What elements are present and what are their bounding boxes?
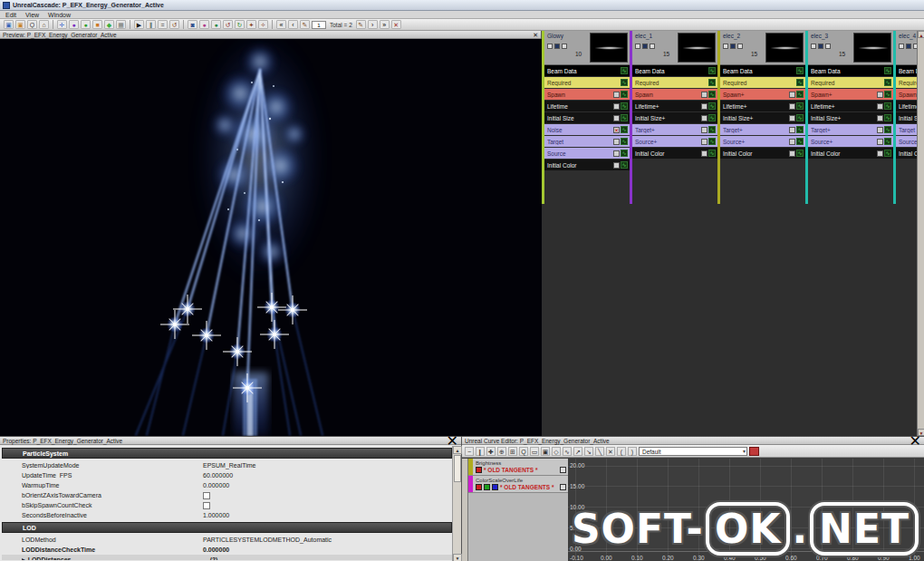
module-row-lifetime-[interactable]: Lifetime+∿ [808, 101, 893, 111]
module-row-spawn-[interactable]: Spawn+∿ [720, 89, 805, 100]
preview-viewport[interactable] [0, 39, 542, 436]
emitter-header[interactable]: elec_215 [720, 31, 805, 65]
module-row-noise[interactable]: Noise✕∿ [544, 124, 630, 135]
close-icon[interactable]: ✕ [910, 432, 921, 450]
lod-edit2-icon[interactable]: ✎ [356, 20, 366, 29]
emitter-header[interactable]: elec_315 [808, 31, 893, 65]
scroll-down-icon[interactable]: ▼ [453, 554, 462, 561]
emitter-checkbox[interactable] [825, 44, 831, 49]
module-row-initial-size[interactable]: Initial Size∿ [544, 112, 630, 123]
module-row-initial-color[interactable]: Initial Color∿ [720, 148, 805, 159]
emitter-checkbox[interactable] [737, 44, 743, 49]
curve-tool-icon-0[interactable]: − [465, 447, 474, 456]
module-enable-checkbox[interactable] [613, 162, 620, 169]
emitter-checkbox[interactable] [642, 44, 648, 49]
menu-item-view[interactable]: View [25, 12, 39, 18]
property-row-bskipspawncountcheck[interactable]: bSkipSpawnCountCheck [2, 500, 452, 510]
curve-track-scrollbar[interactable] [462, 459, 468, 561]
module-curve-icon[interactable]: ∿ [884, 67, 891, 74]
curve-tool-icon-15[interactable]: ) [628, 447, 637, 456]
module-curve-icon[interactable]: ∿ [796, 138, 804, 145]
curve-tool-icon-3[interactable]: ⊕ [497, 447, 506, 456]
track-swatch[interactable] [476, 484, 482, 490]
module-enable-checkbox[interactable] [877, 115, 883, 121]
lod-last-icon[interactable]: » [380, 20, 390, 29]
module-row-initial-size-[interactable]: Initial Size+∿ [632, 112, 717, 123]
curve-tool-icon-2[interactable]: ✚ [486, 447, 496, 456]
module-enable-checkbox[interactable] [613, 139, 620, 145]
emitter-checkbox[interactable] [650, 44, 655, 49]
shader-icon[interactable]: ◆ [104, 20, 114, 29]
module-curve-icon[interactable]: ∿ [884, 150, 891, 157]
properties-scrollbar[interactable]: ▲ ▼ [452, 446, 461, 561]
property-row-updatetime_fps[interactable]: UpdateTime_FPS60.000000 [2, 470, 452, 480]
module-curve-icon[interactable]: ∿ [708, 150, 716, 157]
module-enable-checkbox[interactable] [613, 103, 620, 110]
module-enable-checkbox[interactable] [877, 139, 883, 145]
track-swatch[interactable] [492, 484, 498, 490]
menu-item-window[interactable]: Window [48, 12, 71, 18]
emitter-header[interactable]: Glowy10 [544, 31, 630, 65]
emitter-checkbox[interactable] [899, 44, 904, 49]
property-row-systemupdatemode[interactable]: SystemUpdateModeEPSUM_RealTime [2, 460, 452, 470]
track-swatch[interactable] [476, 467, 482, 473]
module-row-source[interactable]: Source∿ [544, 148, 630, 159]
property-checkbox[interactable] [203, 502, 210, 509]
emitter-checkbox[interactable] [723, 44, 728, 49]
module-curve-icon[interactable]: ∿ [708, 102, 716, 110]
module-enable-checkbox[interactable] [877, 92, 883, 98]
emitter-checkbox[interactable] [562, 44, 567, 49]
module-enable-checkbox[interactable] [701, 92, 707, 98]
module-enable-checkbox[interactable] [613, 150, 620, 157]
scroll-up-icon[interactable]: ▲ [918, 31, 924, 38]
module-curve-icon[interactable]: ∿ [708, 114, 716, 121]
module-enable-checkbox[interactable] [701, 115, 707, 121]
module-curve-icon[interactable]: ∿ [708, 79, 716, 86]
emitter-column[interactable]: elec_315Beam Data∿Required∿Spawn+∿Lifeti… [805, 31, 893, 436]
lod-prev-icon[interactable]: ‹ [288, 20, 298, 29]
module-curve-icon[interactable]: ∿ [708, 91, 716, 98]
module-row-spawn[interactable]: Spawn∿ [632, 89, 717, 100]
module-row-lifetime-[interactable]: Lifetime+∿ [632, 101, 717, 111]
emitter-scrollbar[interactable]: ▲ ▼ [917, 31, 924, 436]
property-checkbox[interactable] [203, 492, 210, 499]
module-row-source-[interactable]: Source+∿ [720, 136, 805, 147]
loop-icon[interactable]: ↺ [169, 20, 179, 29]
module-curve-icon[interactable]: ∿ [621, 67, 628, 74]
module-curve-icon[interactable]: ∿ [884, 91, 891, 98]
module-enable-checkbox[interactable] [789, 115, 795, 121]
scroll-thumb[interactable] [454, 455, 461, 482]
property-row-secondsbeforeinactive[interactable]: SecondsBeforeInactive1.000000 [2, 510, 452, 520]
module-row-spawn-[interactable]: Spawn+∿ [808, 89, 893, 100]
emitter-checkbox[interactable] [730, 44, 736, 49]
module-row-initial-size-[interactable]: Initial Size+∿ [808, 112, 893, 123]
module-enable-checkbox[interactable] [877, 103, 883, 110]
property-row-borientzaxistowardcamera[interactable]: bOrientZAxisTowardCamera [2, 490, 452, 500]
module-curve-icon[interactable]: ∿ [796, 114, 804, 121]
pause-icon[interactable]: ∥ [146, 20, 156, 29]
module-curve-icon[interactable]: ∿ [621, 79, 628, 86]
scroll-up-icon[interactable]: ▲ [453, 446, 462, 454]
lod-next-icon[interactable]: › [368, 20, 378, 29]
emitter-column[interactable]: Glowy10Beam Data∿Required∿Spawn∿Lifetime… [542, 31, 630, 436]
module-curve-icon[interactable]: ∿ [884, 126, 891, 133]
emitter-checkbox[interactable] [635, 44, 640, 49]
curve-tool-icon-9[interactable]: ∿ [563, 447, 572, 456]
module-curve-icon[interactable]: ∿ [884, 138, 891, 145]
track-visibility-box[interactable] [560, 484, 566, 490]
property-row-loddistancechecktime[interactable]: LODDistanceCheckTime0.000000 [2, 545, 452, 555]
emitter-header[interactable]: elec_115 [632, 31, 717, 65]
module-curve-icon[interactable]: ∿ [884, 114, 891, 121]
loop-green-icon[interactable]: ↻ [235, 20, 245, 29]
emitter-checkbox[interactable] [811, 44, 816, 49]
emitter-checkbox[interactable] [818, 44, 823, 49]
emitter-column[interactable]: elec_215Beam Data∿Required∿Spawn+∿Lifeti… [717, 31, 805, 436]
module-row-required[interactable]: Required∿ [544, 77, 630, 88]
module-row-beam-data[interactable]: Beam Data∿ [720, 65, 805, 76]
regen-lod2-icon[interactable]: ✧ [258, 20, 268, 29]
lod-current-field[interactable]: 1 [312, 21, 326, 29]
track-swatch[interactable] [484, 484, 490, 490]
curve-tool-icon-11[interactable]: ↘ [584, 447, 593, 456]
play-icon[interactable]: ▶ [134, 20, 144, 29]
title-bar[interactable]: UnrealCascade: P_EFX_Energy_Generator_Ac… [0, 0, 924, 11]
